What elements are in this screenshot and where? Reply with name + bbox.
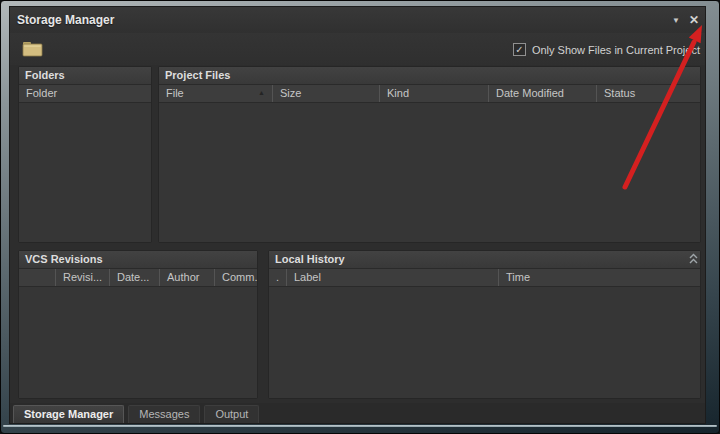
folders-column-headers: Folder [19,85,151,103]
window-content: Storage Manager ▼ ✕ ✓ Only Show Files in… [9,6,706,424]
tab-messages[interactable]: Messages [128,405,200,423]
column-time[interactable]: Time [498,269,700,286]
folders-panel: Folders Folder [18,66,152,243]
checkbox-check-icon[interactable]: ✓ [513,43,526,56]
dropdown-icon[interactable]: ▼ [672,16,680,25]
folders-list[interactable] [19,103,151,242]
only-show-files-checkbox[interactable]: ✓ Only Show Files in Current Project [513,43,700,56]
folders-panel-title: Folders [19,67,151,85]
vcs-revisions-panel: VCS Revisions Revisi... Date... Author C… [18,250,258,399]
column-kind[interactable]: Kind [379,85,488,102]
tab-storage-manager[interactable]: Storage Manager [13,405,124,423]
column-comment[interactable]: Comm... [214,269,257,286]
column-file[interactable]: File ▲ [159,85,272,102]
column-folder[interactable]: Folder [19,85,151,102]
bottom-tabbar: Storage Manager Messages Output [10,403,705,423]
column-date-modified[interactable]: Date Modified [488,85,596,102]
local-history-panel: Local History . Label Time [268,250,701,399]
local-history-panel-title: Local History [269,251,700,269]
project-files-list[interactable] [159,103,700,242]
checkbox-label[interactable]: Only Show Files in Current Project [532,44,700,56]
folder-icon [22,40,44,57]
column-status[interactable]: Status [596,85,700,102]
window-title: Storage Manager [17,13,114,27]
column-vcs-icon[interactable] [19,269,55,286]
local-history-list[interactable] [269,287,700,398]
vcs-revisions-list[interactable] [19,287,257,398]
chevrons-up-icon [688,252,699,266]
local-history-column-headers: . Label Time [269,269,700,287]
project-files-column-headers: File ▲ Size Kind Date Modified Status [159,85,700,103]
toolbar: ✓ Only Show Files in Current Project [10,33,705,65]
project-files-panel: Project Files File ▲ Size Kind Date Modi… [158,66,701,243]
sort-ascending-icon[interactable]: ▲ [258,89,265,97]
caption-buttons: ▼ ✕ [672,14,701,26]
project-files-panel-title: Project Files [159,67,700,85]
column-label[interactable]: Label [286,269,498,286]
close-icon[interactable]: ✕ [689,14,699,26]
window-frame-sill [3,425,717,427]
column-vcs-date[interactable]: Date... [109,269,159,286]
vcs-revisions-panel-title: VCS Revisions [19,251,257,269]
column-author[interactable]: Author [159,269,214,286]
collapse-panel-button[interactable] [688,252,699,266]
open-folder-button[interactable] [22,40,44,57]
tab-output[interactable]: Output [204,405,259,423]
titlebar[interactable]: Storage Manager ▼ ✕ [10,7,705,33]
vcs-column-headers: Revisi... Date... Author Comm... [19,269,257,287]
storage-manager-window: Storage Manager ▼ ✕ ✓ Only Show Files in… [0,0,720,434]
column-revision[interactable]: Revisi... [55,269,109,286]
column-history-icon[interactable]: . [269,269,286,286]
column-size[interactable]: Size [272,85,379,102]
